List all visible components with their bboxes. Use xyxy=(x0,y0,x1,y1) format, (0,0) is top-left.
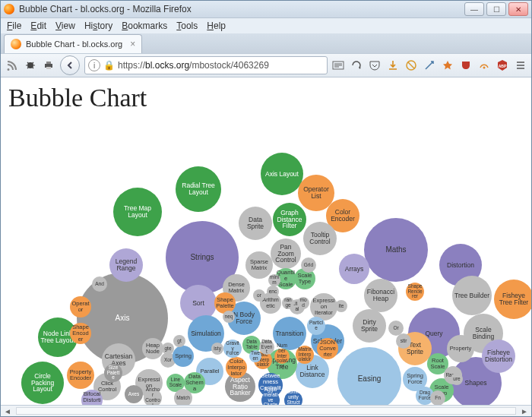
pocket-icon[interactable] xyxy=(369,59,381,71)
bubble[interactable]: Pan Zoom Control xyxy=(271,239,301,269)
bubble[interactable]: Tooltip Control xyxy=(303,222,337,255)
bubble-label: Link Distance xyxy=(297,365,328,378)
bubble[interactable]: Fisheye Distortion xyxy=(482,340,515,373)
bubble[interactable]: Size Palette xyxy=(104,364,122,382)
menu-bookmarks[interactable]: Bookmarks xyxy=(122,21,167,31)
menu-view[interactable]: View xyxy=(55,21,75,31)
download-icon[interactable] xyxy=(387,59,399,71)
bubble[interactable]: ure xyxy=(451,373,463,385)
bubble[interactable]: Arrays xyxy=(339,254,369,284)
printer-icon[interactable] xyxy=(42,58,55,72)
bubble-label: minim xyxy=(270,275,279,286)
bubble[interactable]: Property Encoder xyxy=(67,362,94,389)
bug-icon[interactable] xyxy=(24,58,37,72)
bubble[interactable]: Operator xyxy=(70,296,91,317)
bubble[interactable]: mod xyxy=(297,297,309,309)
menu-file[interactable]: File xyxy=(7,21,21,31)
bubble[interactable]: Match xyxy=(174,389,192,405)
bubble[interactable]: Maths xyxy=(364,218,428,282)
abp-icon[interactable]: ABP xyxy=(496,59,508,71)
bubble-label: Data Sprite xyxy=(240,216,271,230)
bubble[interactable]: Gravity Force xyxy=(223,340,242,358)
bubble[interactable]: Easing xyxy=(337,347,401,405)
bubble[interactable]: gt xyxy=(173,335,185,347)
feed-icon[interactable] xyxy=(5,58,19,72)
ext-icon-4[interactable] xyxy=(478,59,490,71)
reader-icon[interactable] xyxy=(332,59,344,71)
bubble[interactable]: minim xyxy=(268,274,280,286)
close-button[interactable]: ✕ xyxy=(508,2,528,16)
bubble-label: Distortion xyxy=(447,262,474,269)
minimize-button[interactable]: — xyxy=(464,2,484,16)
bubble[interactable]: Graph Distance Filter xyxy=(273,203,306,236)
bubble[interactable]: Community Structure xyxy=(284,391,302,405)
bubble[interactable]: Number Interpolator xyxy=(274,349,290,364)
bubble[interactable]: Tree Builder xyxy=(452,276,492,315)
scroll-track[interactable] xyxy=(16,407,516,415)
scroll-right-icon[interactable]: ► xyxy=(518,407,531,415)
bubble[interactable]: Fn xyxy=(430,390,445,405)
menu-help[interactable]: Help xyxy=(207,21,226,31)
bubble[interactable]: Tree Map Layout xyxy=(113,188,162,236)
bubble[interactable]: Agglomerative Cluster xyxy=(261,391,280,405)
bubble[interactable]: Radial Tree Layout xyxy=(176,166,221,212)
ext-icon-2[interactable] xyxy=(423,59,435,71)
bubble[interactable]: range xyxy=(282,297,294,309)
ext-icon-3[interactable] xyxy=(442,59,454,71)
bubble[interactable]: neq xyxy=(223,311,235,323)
maximize-button[interactable]: ☐ xyxy=(486,2,506,16)
bubble[interactable]: Particle xyxy=(307,317,325,335)
bubble[interactable]: Color Interpolator xyxy=(226,357,247,378)
bubble-label: Fn xyxy=(435,396,441,401)
bubble[interactable]: isty xyxy=(211,343,223,355)
bubble[interactable]: enc xyxy=(267,286,279,298)
url-bar[interactable]: i 🔒 https://bl.ocks.org/mbostock/4063269 xyxy=(84,56,328,74)
bubble[interactable]: Data Sprite xyxy=(239,207,272,240)
svg-text:ABP: ABP xyxy=(499,64,507,68)
bubble[interactable]: Matrix Interpolator xyxy=(296,346,314,364)
tab-close-icon[interactable]: × xyxy=(130,39,135,49)
bubble-label: Fisheye Distortion xyxy=(483,349,514,363)
bubble[interactable]: Tween xyxy=(249,350,261,362)
hamburger-menu-icon[interactable] xyxy=(515,59,527,71)
bubble[interactable]: Data Event xyxy=(259,340,274,355)
bubble[interactable]: Shape Encoder xyxy=(70,323,91,344)
bubble[interactable]: Bifocal Distortion xyxy=(81,390,103,405)
scroll-left-icon[interactable]: ◄ xyxy=(1,407,14,415)
bubble-label: mod xyxy=(299,298,308,308)
ext-icon-1[interactable] xyxy=(405,59,417,71)
menu-tools[interactable]: Tools xyxy=(176,21,198,31)
bubble[interactable]: ite xyxy=(335,300,347,312)
tab-active[interactable]: Bubble Chart - bl.ocks.org × xyxy=(4,34,142,53)
bubble[interactable]: Dirty Sprite xyxy=(353,309,386,343)
bubble[interactable]: Sparse Matrix xyxy=(245,251,273,279)
bubble[interactable]: or xyxy=(253,289,265,302)
menu-edit[interactable]: Edit xyxy=(30,21,46,31)
bubble[interactable]: Grid xyxy=(301,257,316,273)
bubble[interactable]: Axes xyxy=(125,385,143,403)
bubble[interactable]: Heap Node xyxy=(142,338,163,359)
bubble[interactable]: stir xyxy=(396,333,411,349)
bubble-label: enc xyxy=(269,289,277,295)
menu-history[interactable]: History xyxy=(84,21,112,31)
bubble[interactable]: Anchor Control xyxy=(144,389,162,405)
bubble[interactable]: Shape Palette xyxy=(214,292,236,314)
bubble[interactable]: Fibonacci Heap xyxy=(364,279,397,312)
back-button[interactable] xyxy=(60,55,80,75)
bubble[interactable]: Axis Layout xyxy=(261,153,303,195)
bubble[interactable]: JSON Converter xyxy=(317,338,338,359)
ublock-icon[interactable] xyxy=(460,59,472,71)
bubble[interactable]: Legend Range xyxy=(109,248,143,282)
bubble[interactable]: And xyxy=(92,276,107,292)
bubble[interactable]: Fisheye Tree Filter xyxy=(494,280,531,319)
bubble[interactable]: Shape Renderer xyxy=(406,283,424,301)
reload-icon[interactable] xyxy=(350,59,363,71)
bubble[interactable]: Spring xyxy=(173,346,194,367)
horizontal-scrollbar[interactable]: ◄ ► xyxy=(1,405,531,416)
bubble[interactable]: gte xyxy=(162,343,174,355)
site-info-icon[interactable]: i xyxy=(88,59,100,71)
bubble-label: Radial Tree Layout xyxy=(177,182,220,196)
bubble[interactable]: Property xyxy=(447,335,474,362)
bubble[interactable]: Circle Packing Layout xyxy=(21,362,64,404)
page-title: Bubble Chart xyxy=(8,84,531,112)
